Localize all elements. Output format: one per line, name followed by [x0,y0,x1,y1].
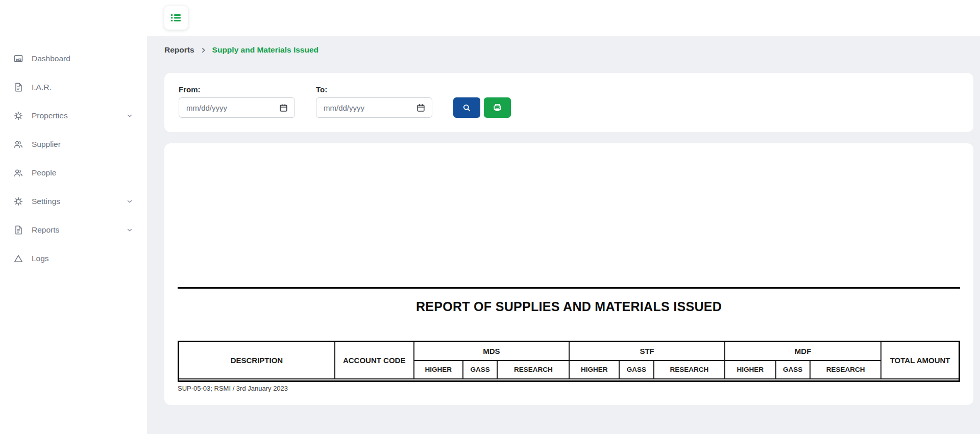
subcol-research: RESEARCH [810,361,881,379]
sidebar-item-label: Reports [32,225,126,235]
subcol-gass: GASS [619,361,653,379]
from-date-input[interactable] [179,97,295,118]
top-bar [147,0,980,36]
from-date-field: From: [179,85,295,118]
chevron-down-icon [126,112,133,119]
people-icon [13,139,23,149]
report-divider-line [178,287,960,289]
col-group-mdf: MDF [725,342,881,361]
date-filter-panel: From: To: [164,73,973,132]
sidebar-item-label: I.A.R. [32,83,133,92]
gear-icon [13,196,23,207]
search-button[interactable] [453,97,480,118]
sidebar-item-label: Logs [32,254,133,263]
subcol-gass: GASS [463,361,497,379]
sidebar-toggle-button[interactable] [164,6,188,30]
calendar-icon[interactable] [279,103,288,113]
report-footnote: SUP-05-03; RSMI / 3rd January 2023 [178,385,960,392]
printer-icon [493,103,502,113]
chevron-right-icon [200,47,207,54]
to-date-field: To: [316,85,432,118]
triangle-icon [13,253,23,264]
subcol-higher: HIGHER [725,361,776,379]
from-label: From: [179,85,295,94]
sidebar-nav: Dashboard I.A.R. Properties [0,0,147,273]
document-icon [13,82,23,92]
sidebar-item-dashboard[interactable]: Dashboard [0,44,147,73]
search-icon [462,103,472,113]
to-label: To: [316,85,432,94]
sidebar-item-label: Supplier [32,140,133,149]
col-group-stf: STF [569,342,725,361]
chevron-down-icon [126,198,133,205]
subcol-gass: GASS [776,361,810,379]
gear-icon [13,111,23,121]
to-date-text[interactable] [324,104,416,112]
list-icon [171,13,181,22]
sidebar-item-reports[interactable]: Reports [0,216,147,244]
subcol-research: RESEARCH [497,361,569,379]
col-header-total-amount: TOTAL AMOUNT [881,342,959,379]
filter-actions [453,97,511,118]
report-table: DESCRIPTION ACCOUNT CODE MDS STF MDF TOT… [178,341,960,382]
subcol-research: RESEARCH [654,361,725,379]
sidebar-item-label: Properties [32,111,126,120]
empty-table-body-row [179,379,960,381]
sidebar-item-logs[interactable]: Logs [0,244,147,273]
main-content: Reports Supply and Materials Issued From… [147,36,980,434]
sidebar-item-supplier[interactable]: Supplier [0,130,147,159]
sidebar-item-label: People [32,168,133,177]
subcol-higher: HIGHER [414,361,463,379]
sidebar-item-label: Dashboard [32,54,133,63]
chevron-down-icon [126,226,133,234]
sidebar-item-settings[interactable]: Settings [0,187,147,216]
from-date-text[interactable] [186,104,279,112]
people-icon [13,168,23,178]
report-blank-area [178,143,960,287]
sidebar-item-iar[interactable]: I.A.R. [0,73,147,101]
report-preview-panel: REPORT OF SUPPLIES AND MATERIALS ISSUED … [164,143,973,405]
breadcrumb: Reports Supply and Materials Issued [164,45,973,55]
print-button[interactable] [484,97,511,118]
sidebar: Dashboard I.A.R. Properties [0,0,147,434]
document-icon [13,225,23,235]
breadcrumb-parent[interactable]: Reports [164,45,194,55]
report-title: REPORT OF SUPPLIES AND MATERIALS ISSUED [178,299,960,314]
dashboard-icon [13,54,23,64]
calendar-icon[interactable] [416,103,426,113]
sidebar-item-people[interactable]: People [0,159,147,187]
sidebar-item-properties[interactable]: Properties [0,101,147,130]
col-group-mds: MDS [414,342,570,361]
to-date-input[interactable] [316,97,432,118]
col-header-account-code: ACCOUNT CODE [335,342,414,379]
col-header-description: DESCRIPTION [179,342,335,379]
subcol-higher: HIGHER [569,361,619,379]
sidebar-item-label: Settings [32,197,126,206]
breadcrumb-current: Supply and Materials Issued [212,45,318,55]
